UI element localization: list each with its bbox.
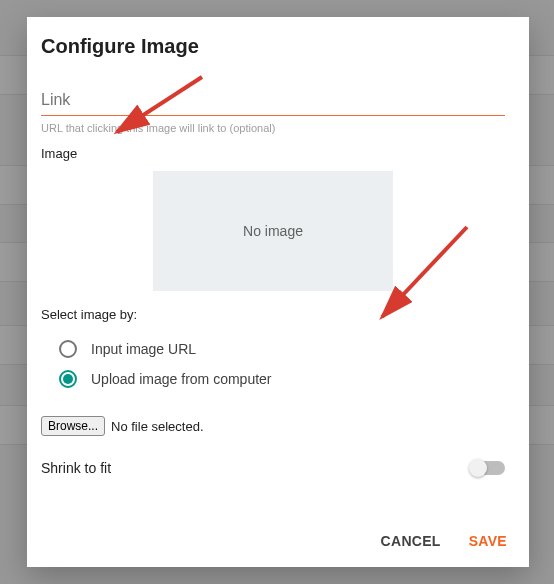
radio-icon-checked: [59, 370, 77, 388]
radio-upload-computer[interactable]: Upload image from computer: [41, 364, 505, 394]
radio-input-url[interactable]: Input image URL: [41, 334, 505, 364]
radio-icon: [59, 340, 77, 358]
link-field: URL that clicking this image will link t…: [41, 88, 505, 134]
select-image-by-label: Select image by:: [41, 307, 505, 322]
shrink-to-fit-label: Shrink to fit: [41, 460, 111, 476]
no-image-text: No image: [243, 223, 303, 239]
save-button[interactable]: SAVE: [469, 533, 507, 549]
link-helper-text: URL that clicking this image will link t…: [41, 122, 505, 134]
shrink-to-fit-toggle[interactable]: [471, 461, 505, 475]
image-preview: No image: [153, 171, 393, 291]
dialog-title: Configure Image: [41, 17, 505, 88]
image-section-label: Image: [41, 146, 505, 161]
file-status-text: No file selected.: [111, 419, 204, 434]
radio-label: Upload image from computer: [91, 371, 272, 387]
link-input[interactable]: [41, 88, 505, 116]
cancel-button[interactable]: CANCEL: [381, 533, 441, 549]
file-selector-row: Browse... No file selected.: [41, 416, 505, 436]
radio-label: Input image URL: [91, 341, 196, 357]
dialog-scroll-area[interactable]: Configure Image URL that clicking this i…: [27, 17, 519, 507]
dialog-actions: CANCEL SAVE: [359, 515, 529, 567]
configure-image-dialog: Configure Image URL that clicking this i…: [27, 17, 529, 567]
browse-button[interactable]: Browse...: [41, 416, 105, 436]
